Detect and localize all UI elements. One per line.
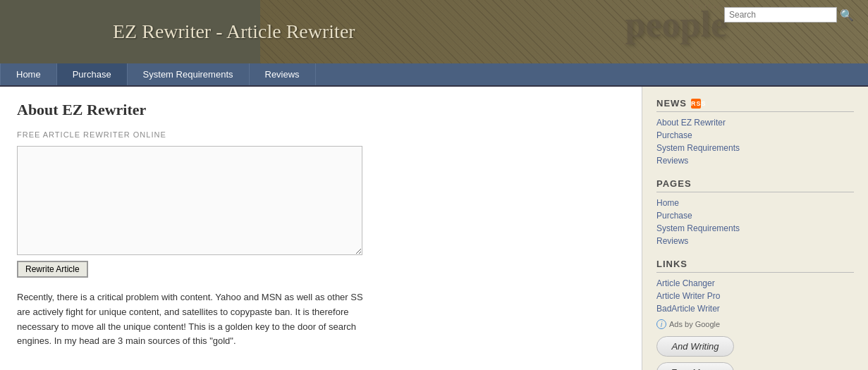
ad-buttons: And WritingFree Money — [656, 336, 854, 370]
page-title: About EZ Rewriter — [17, 101, 625, 119]
search-area: 🔍 — [724, 7, 854, 23]
link-article-changer[interactable]: Article Changer — [656, 278, 854, 288]
main-content: About EZ Rewriter FREE ARTICLE REWRITER … — [0, 87, 642, 370]
links-title: LINKS — [656, 259, 854, 273]
search-button[interactable]: 🔍 — [840, 8, 854, 22]
news-link-purchase[interactable]: Purchase — [656, 130, 854, 140]
pages-title: PAGES — [656, 178, 854, 192]
rewrite-button[interactable]: Rewrite Article — [17, 261, 88, 278]
free-article-label: FREE ARTICLE REWRITER ONLINE — [17, 130, 625, 139]
links-label: LINKS — [656, 259, 687, 269]
article-textarea[interactable] — [17, 146, 362, 255]
link-badarticle-writer[interactable]: BadArticle Writer — [656, 304, 854, 314]
content-wrapper: About EZ Rewriter FREE ARTICLE REWRITER … — [0, 87, 868, 370]
link-article-writer-pro[interactable]: Article Writer Pro — [656, 291, 854, 301]
news-title: NEWS rss — [656, 98, 854, 112]
page-link-purchase[interactable]: Purchase — [656, 211, 854, 221]
ad-button-and-writing[interactable]: And Writing — [656, 336, 734, 357]
news-section: NEWS rss About EZ RewriterPurchaseSystem… — [656, 98, 854, 166]
page-link-home[interactable]: Home — [656, 198, 854, 208]
header: Business people EZ Rewriter - Article Re… — [0, 0, 868, 63]
site-title: EZ Rewriter - Article Rewriter — [0, 20, 355, 43]
business-label: Business — [688, 1, 727, 10]
links-section: LINKS Article ChangerArticle Writer ProB… — [656, 259, 854, 370]
search-input[interactable] — [724, 7, 837, 23]
news-link-reviews[interactable]: Reviews — [656, 156, 854, 166]
description-text: Recently, there is a critical problem wi… — [17, 290, 369, 349]
links-links: Article ChangerArticle Writer ProBadArti… — [656, 278, 854, 314]
ad-button-free-money[interactable]: Free Money — [656, 362, 734, 370]
page-link-system-requirements[interactable]: System Requirements — [656, 223, 854, 233]
news-label: NEWS — [656, 98, 687, 109]
ads-label: Ads by Google — [669, 320, 720, 328]
sidebar: NEWS rss About EZ RewriterPurchaseSystem… — [642, 87, 868, 370]
pages-links: HomePurchaseSystem RequirementsReviews — [656, 198, 854, 246]
ads-by-google: i Ads by Google — [656, 319, 854, 329]
pages-section: PAGES HomePurchaseSystem RequirementsRev… — [656, 178, 854, 246]
nav-item-home[interactable]: Home — [0, 63, 57, 85]
pages-label: PAGES — [656, 178, 692, 189]
nav-item-reviews[interactable]: Reviews — [250, 63, 316, 85]
news-link-about-ez-rewriter[interactable]: About EZ Rewriter — [656, 118, 854, 128]
news-link-system-requirements[interactable]: System Requirements — [656, 143, 854, 153]
news-links: About EZ RewriterPurchaseSystem Requirem… — [656, 118, 854, 166]
main-nav: HomePurchaseSystem RequirementsReviews — [0, 63, 868, 87]
info-icon: i — [656, 319, 666, 329]
nav-item-system-requirements[interactable]: System Requirements — [128, 63, 250, 85]
page-link-reviews[interactable]: Reviews — [656, 236, 854, 246]
search-icon: 🔍 — [840, 9, 854, 21]
rss-icon: rss — [691, 99, 701, 109]
nav-item-purchase[interactable]: Purchase — [57, 63, 128, 85]
